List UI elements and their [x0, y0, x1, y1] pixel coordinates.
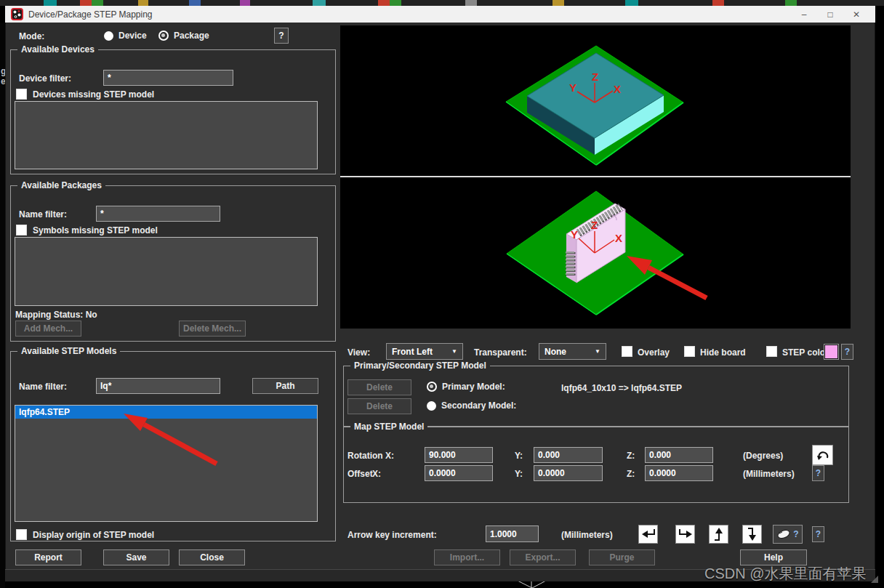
hide-board-label: Hide board — [700, 347, 746, 358]
packages-list[interactable] — [15, 237, 318, 306]
rotation-x-input[interactable]: 90.000 — [425, 447, 493, 463]
up-arrow-icon — [710, 525, 728, 544]
nudge-right-button[interactable] — [675, 525, 695, 544]
overlay-checkbox[interactable] — [622, 346, 632, 357]
annotation-arrow — [648, 267, 707, 298]
degrees-label: (Degrees) — [743, 451, 783, 461]
app-icon — [11, 8, 23, 20]
step-models-list: lqfp64.STEP — [15, 405, 318, 522]
mouse-icon — [776, 529, 791, 539]
viewport-bottom[interactable]: Z Y X — [340, 177, 851, 329]
mode-package-radio[interactable]: Package — [158, 31, 209, 41]
radio-selected-icon — [158, 31, 169, 41]
step-color-swatch[interactable] — [824, 344, 839, 360]
primary-model-value: lqfp64_10x10 => lqfp64.STEP — [561, 383, 682, 393]
package-filter-input[interactable]: * — [96, 206, 220, 222]
map-help-button[interactable]: ? — [812, 465, 824, 481]
secondary-model-label: Secondary Model: — [441, 400, 516, 411]
devices-missing-label: Devices missing STEP model — [33, 89, 154, 100]
symbols-missing-label: Symbols missing STEP model — [33, 225, 158, 235]
mode-device-radio[interactable]: Device — [104, 31, 147, 41]
resize-grip — [871, 576, 878, 583]
viewport-top[interactable]: Z Y X — [340, 25, 851, 176]
nudge-left-button[interactable] — [638, 525, 658, 544]
report-button[interactable]: Report — [15, 549, 81, 565]
view-label: View: — [347, 347, 370, 358]
offset-z-input[interactable]: 0.0000 — [645, 465, 713, 481]
package-filter-label: Name filter: — [19, 209, 67, 220]
radio-icon — [427, 401, 436, 411]
symbols-missing-checkbox[interactable] — [16, 225, 27, 235]
chevron-down-icon: ▼ — [595, 348, 600, 355]
increment-help-button[interactable]: ? — [812, 526, 824, 542]
available-step-models-title: Available STEP Models — [17, 346, 120, 356]
increment-label: Arrow key increment: — [347, 530, 437, 540]
close-dialog-button[interactable]: Close — [179, 549, 245, 565]
radio-icon — [104, 31, 113, 41]
minimize-button[interactable]: – — [791, 9, 817, 20]
display-origin-checkbox[interactable] — [16, 529, 27, 540]
chevron-down-icon: ▼ — [451, 348, 457, 355]
maximize-button[interactable]: □ — [817, 9, 843, 20]
rotation-y-label: Y: — [515, 451, 523, 461]
delete-mech-button[interactable]: Delete Mech... — [179, 321, 246, 337]
view-dropdown[interactable]: Front Left▼ — [386, 343, 463, 360]
transparent-label: Transparent: — [474, 347, 527, 358]
step-model-list-item[interactable]: lqfp64.STEP — [15, 406, 317, 419]
save-button[interactable]: Save — [103, 549, 169, 565]
watermark: CSDN @水果里面有苹果 — [704, 564, 867, 584]
background-edge-text: g e — [0, 23, 5, 588]
offset-x-input[interactable]: 0.0000 — [425, 465, 493, 481]
increment-input[interactable]: 1.0000 — [486, 525, 539, 542]
step-color-help-button[interactable]: ? — [841, 344, 853, 360]
export-button[interactable]: Export... — [510, 549, 576, 565]
offset-label: Offset — [347, 469, 373, 479]
title-bar[interactable]: Device/Package STEP Mapping – □ ✕ — [5, 6, 875, 23]
delete-secondary-button[interactable]: Delete — [347, 398, 411, 414]
overlay-label: Overlay — [638, 347, 670, 358]
axis-label-x: X — [614, 83, 621, 95]
millimeters-label: (Millimeters) — [743, 469, 795, 479]
step-color-checkbox[interactable] — [766, 346, 777, 357]
transparent-dropdown[interactable]: None▼ — [539, 343, 606, 360]
right-arrow-icon — [676, 525, 694, 544]
rotation-z-input[interactable]: 0.000 — [645, 447, 713, 463]
import-button[interactable]: Import... — [434, 549, 500, 565]
display-origin-label: Display origin of STEP model — [33, 530, 154, 540]
axis-label-x: X — [615, 232, 622, 244]
available-devices-title: Available Devices — [17, 44, 98, 55]
increment-units-label: (Millimeters) — [561, 530, 613, 540]
offset-y-label: Y: — [515, 469, 523, 479]
delete-primary-button[interactable]: Delete — [347, 379, 411, 395]
nudge-up-button[interactable] — [709, 525, 728, 544]
devices-missing-checkbox[interactable] — [16, 89, 27, 100]
help-button[interactable]: Help — [740, 549, 807, 565]
step-color-label: STEP color — [782, 347, 829, 358]
mode-device-label: Device — [118, 31, 147, 41]
hide-board-checkbox[interactable] — [684, 346, 695, 357]
step-filter-input[interactable]: lq* — [96, 378, 220, 394]
close-button[interactable]: ✕ — [843, 9, 869, 20]
mode-package-label: Package — [174, 31, 209, 41]
add-mech-button[interactable]: Add Mech... — [15, 321, 81, 337]
mode-label: Mode: — [19, 31, 44, 41]
rotation-x-label: Rotation X: — [347, 451, 394, 461]
primary-model-radio[interactable]: Primary Model: — [427, 382, 505, 392]
offset-y-input[interactable]: 0.0000 — [534, 465, 603, 481]
rotation-y-input[interactable]: 0.000 — [534, 447, 603, 463]
left-arrow-icon — [639, 525, 657, 544]
nudge-down-button[interactable] — [742, 525, 762, 544]
path-button[interactable]: Path — [252, 378, 318, 394]
secondary-model-radio[interactable]: Secondary Model: — [427, 400, 516, 411]
device-filter-input[interactable]: * — [103, 70, 233, 86]
purge-button[interactable]: Purge — [589, 549, 655, 565]
device-filter-label: Device filter: — [19, 73, 71, 84]
devices-list[interactable] — [15, 101, 318, 169]
down-arrow-icon — [743, 525, 761, 544]
rotate-button[interactable] — [812, 445, 833, 465]
screen: g e Device/Package STEP Mapping – □ ✕ Mo… — [0, 0, 884, 588]
rotate-icon — [815, 448, 831, 462]
window-title: Device/Package STEP Mapping — [28, 9, 153, 20]
mode-help-button[interactable]: ? — [274, 28, 289, 44]
mouse-help-button[interactable]: ? — [773, 525, 803, 544]
